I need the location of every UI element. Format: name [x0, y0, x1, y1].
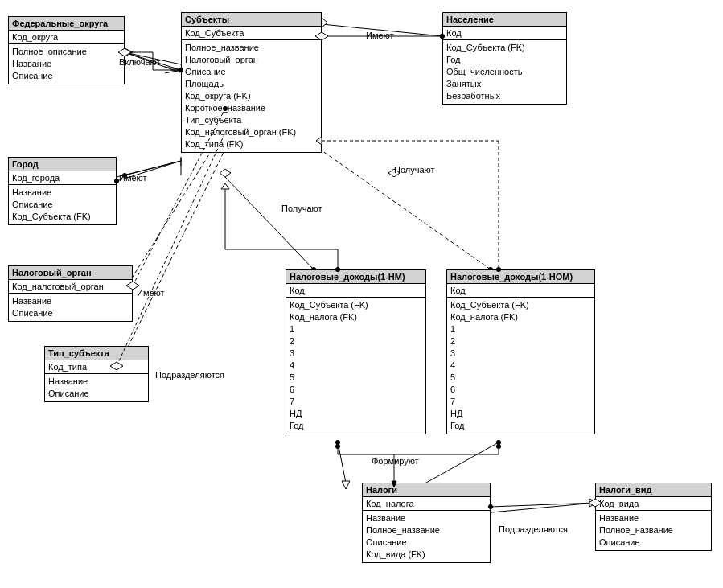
entity-fields-nalogi-vid: Название Полное_название Описание — [596, 511, 711, 550]
entity-fields-subyekty: Полное_название Налоговый_орган Описание… — [182, 40, 321, 152]
entity-naselenie: Население Код Код_Субъекта (FK) Год Общ_… — [442, 12, 567, 105]
svg-line-25 — [426, 442, 499, 483]
entity-pk-subyekty: Код_Субъекта — [182, 27, 321, 40]
svg-line-14 — [117, 133, 233, 370]
entity-title-gorod: Город — [9, 158, 116, 171]
entity-tip-subyekta: Тип_субъекта Код_типа Название Описание — [44, 346, 149, 402]
entity-gorod: Город Код_города Название Описание Код_С… — [8, 157, 117, 225]
entity-title-federalnie-okruga: Федеральные_округа — [9, 17, 124, 31]
relation-formiruyut: Формируют — [372, 456, 419, 466]
entity-nalogovie-dohody-nom: Налоговые_доходы(1-НОМ) Код Код_Субъекта… — [446, 269, 595, 434]
relation-poluchayut-1: Получают — [394, 165, 435, 175]
entity-pk-federalnie-okruga: Код_округа — [9, 31, 124, 44]
entity-title-subyekty: Субъекты — [182, 13, 321, 27]
svg-line-12 — [125, 129, 225, 290]
entity-fields-naselenie: Код_Субъекта (FK) Год Общ_численность За… — [443, 40, 566, 104]
entity-title-nalogi: Налоги — [363, 483, 490, 497]
entity-fields-tip-subyekta: Название Описание — [45, 374, 148, 401]
entity-pk-naselenie: Код — [443, 27, 566, 40]
relation-podrazdelyayutsya-2: Подразделяются — [499, 524, 568, 534]
entity-pk-tip-subyekta: Код_типа — [45, 360, 148, 374]
svg-point-26 — [496, 440, 501, 445]
entity-title-nalogi-vid: Налоги_вид — [596, 483, 711, 497]
svg-point-65 — [496, 444, 501, 449]
svg-marker-24 — [342, 481, 350, 489]
svg-line-36 — [165, 70, 181, 73]
svg-marker-53 — [221, 183, 229, 189]
entity-title-nm: Налоговые_доходы(1-НМ) — [286, 270, 425, 284]
entity-nalogoviy-organ: Налоговый_орган Код_налоговый_орган Назв… — [8, 265, 133, 322]
svg-line-48 — [117, 133, 225, 366]
relation-imeyut-1: Имеют — [366, 31, 394, 40]
entity-fields-federalnie-okruga: Полное_описание Название Описание — [9, 44, 124, 84]
entity-fields-nalogoviy-organ: Название Описание — [9, 294, 132, 321]
svg-line-22 — [338, 442, 346, 483]
entity-nalogovie-dohody-nm: Налоговые_доходы(1-НМ) Код Код_Субъекта … — [286, 269, 426, 434]
svg-line-35 — [165, 67, 181, 70]
svg-marker-17 — [220, 169, 231, 177]
entity-fields-nom: Код_Субъекта (FK) Код_налога (FK) 1 2 3 … — [447, 298, 594, 434]
relation-imeyut-2: Имеют — [119, 173, 147, 183]
entity-nalogi-vid: Налоги_вид Код_вида Название Полное_назв… — [595, 483, 712, 551]
entity-title-naselenie: Население — [443, 13, 566, 27]
entity-title-nalogoviy-organ: Налоговый_орган — [9, 266, 132, 280]
entity-federalnie-okruga: Федеральные_округа Код_округа Полное_опи… — [8, 16, 125, 84]
svg-point-23 — [335, 440, 340, 445]
relation-imeyut-3: Имеют — [137, 288, 165, 298]
entity-fields-gorod: Название Описание Код_Субъекта (FK) — [9, 185, 116, 224]
relation-poluchayut-2: Получают — [281, 204, 322, 213]
entity-pk-nalogi: Код_налога — [363, 497, 490, 511]
entity-fields-nalogi: Название Полное_название Описание Код_ви… — [363, 511, 490, 562]
entity-nalogi: Налоги Код_налога Название Полное_назван… — [362, 483, 491, 563]
entity-pk-nm: Код — [286, 284, 425, 298]
svg-line-16 — [225, 177, 314, 269]
entity-pk-nalogoviy-organ: Код_налоговый_орган — [9, 280, 132, 294]
entity-subyekty: Субъекты Код_Субъекта Полное_название На… — [181, 12, 322, 153]
entity-title-tip-subyekta: Тип_субъекта — [45, 347, 148, 360]
svg-line-19 — [314, 145, 491, 269]
entity-pk-nom: Код — [447, 284, 594, 298]
svg-line-67 — [491, 503, 595, 507]
entity-title-nom: Налоговые_доходы(1-НОМ) — [447, 270, 594, 284]
svg-point-62 — [335, 444, 340, 449]
entity-pk-gorod: Код_города — [9, 171, 116, 185]
svg-line-27 — [483, 503, 595, 513]
entity-pk-nalogi-vid: Код_вида — [596, 497, 711, 511]
relation-vklyuchayut: Включают — [119, 57, 161, 67]
relation-podrazdelyayutsya-1: Подразделяются — [155, 370, 224, 380]
entity-fields-nm: Код_Субъекта (FK) Код_налога (FK) 1 2 3 … — [286, 298, 425, 434]
diagram-container: Федеральные_округа Код_округа Полное_опи… — [0, 0, 723, 588]
